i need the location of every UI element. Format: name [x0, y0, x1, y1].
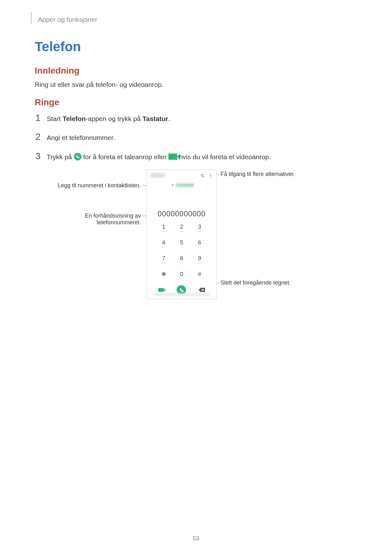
- page-title: Telefon: [35, 39, 367, 54]
- key-6[interactable]: 6ᴍɴᴏ: [190, 238, 208, 251]
- key-7[interactable]: 7ᴘǫʀs: [155, 254, 173, 267]
- dial-keypad: 1ᴏᴏ 2ᴀʙᴄ 3ᴅᴇꜰ 4ɢʜɪ 5ᴊᴋʟ 6ᴍɴᴏ 7ᴘǫʀs 8ᴛᴜᴠ …: [155, 223, 208, 283]
- callout-add-contact: Legg til nummeret i kontaktlisten.: [47, 182, 141, 189]
- search-icon[interactable]: [200, 173, 205, 178]
- add-contact-icon[interactable]: +: [172, 183, 174, 187]
- section-heading-call: Ringe: [35, 97, 367, 107]
- step-number: 3: [35, 151, 41, 161]
- section-heading-intro: Innledning: [35, 66, 367, 76]
- bottom-tabs-blurred: [153, 293, 210, 296]
- key-2[interactable]: 2ᴀʙᴄ: [173, 223, 191, 235]
- key-8[interactable]: 8ᴛᴜᴠ: [173, 254, 191, 267]
- step-text: Trykk på for å foreta et taleanrop eller…: [47, 152, 271, 161]
- key-1[interactable]: 1ᴏᴏ: [155, 223, 173, 235]
- step-3: 3 Trykk på for å foreta et taleanrop ell…: [35, 151, 367, 161]
- step-text: Start Telefon-appen og trykk på Tastatur…: [47, 114, 170, 123]
- key-4[interactable]: 4ɢʜɪ: [155, 238, 173, 251]
- video-icon: [168, 154, 177, 160]
- video-call-button[interactable]: [158, 288, 164, 292]
- step-number: 2: [35, 131, 41, 142]
- svg-line-1: [203, 176, 204, 178]
- breadcrumb: Apper og funksjoner: [38, 16, 367, 23]
- add-contact-label-blurred[interactable]: [176, 184, 194, 187]
- callout-more-options: Få tilgang til flere alternativer.: [220, 171, 295, 178]
- dialed-number: 00000000000: [147, 210, 216, 218]
- key-star[interactable]: ✻: [155, 270, 173, 283]
- phone-figure: Få tilgang til flere alternativer. Legg …: [54, 170, 313, 305]
- callout-number-preview: En forhåndsvisning avtelefonnummeret.: [47, 213, 141, 226]
- phone-screenshot: ⋮ + 00000000000 1ᴏᴏ 2ᴀʙᴄ 3ᴅᴇꜰ 4ɢʜɪ 5ᴊᴋʟ …: [147, 170, 217, 299]
- page-number: 53: [0, 535, 392, 542]
- backspace-button[interactable]: [199, 288, 205, 292]
- key-0[interactable]: 0+: [173, 270, 191, 283]
- key-hash[interactable]: #: [190, 270, 208, 283]
- svg-point-0: [201, 174, 203, 177]
- app-title-blurred: [151, 173, 165, 178]
- phone-icon: [74, 153, 81, 160]
- step-2: 2 Angi et telefonnummer.: [35, 131, 367, 142]
- intro-text: Ring ut eller svar på telefon- og videoa…: [35, 81, 367, 88]
- step-text: Angi et telefonnummer.: [47, 133, 115, 142]
- step-1: 1 Start Telefon-appen og trykk på Tastat…: [35, 112, 367, 123]
- callout-delete: Slett det foregående tegnet.: [220, 280, 291, 286]
- key-5[interactable]: 5ᴊᴋʟ: [173, 238, 191, 251]
- key-3[interactable]: 3ᴅᴇꜰ: [190, 223, 208, 235]
- more-options-icon[interactable]: ⋮: [208, 173, 213, 178]
- key-9[interactable]: 9ᴡxʏᴢ: [190, 254, 208, 267]
- step-number: 1: [35, 112, 41, 123]
